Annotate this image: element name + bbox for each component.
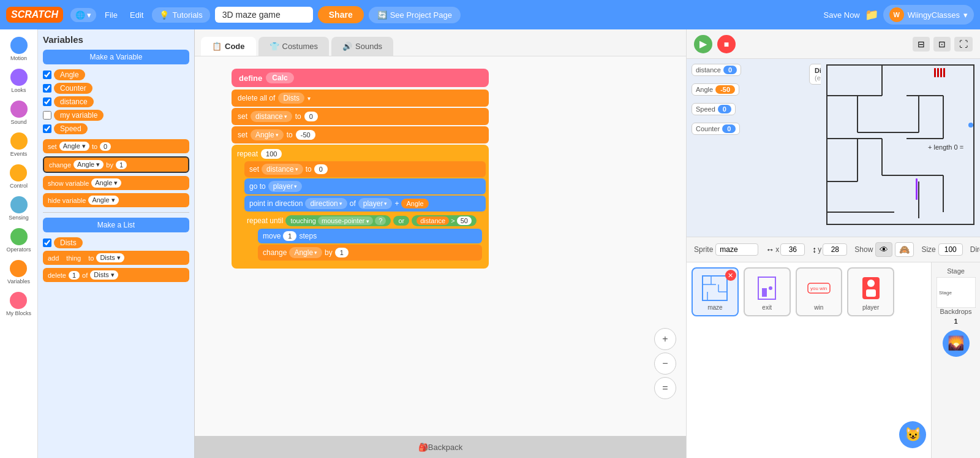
change-angle-block[interactable]: change Angle ▾ by 1 [258,245,482,261]
i-set-val[interactable]: 0 [314,164,328,174]
change-val[interactable]: 1 [116,161,127,169]
x-input[interactable] [780,243,805,256]
zoom-out-button[interactable]: − [654,353,676,375]
sprite-card-exit[interactable]: exit [744,267,791,316]
show-variable-block[interactable]: show variable Angle ▾ [43,176,189,190]
user-badge[interactable]: W WiingyClasses ▾ [883,5,974,25]
gt-val[interactable]: 50 [457,216,472,225]
show-visible-button[interactable]: 👁 [875,242,892,257]
make-list-button[interactable]: Make a List [43,218,189,232]
show-hidden-button[interactable]: 🙈 [895,242,914,257]
counter-badge[interactable]: Counter [54,83,92,94]
define-block[interactable]: define Calc [232,69,489,87]
delete-val[interactable]: 1 [69,271,80,280]
sidebar-item-motion[interactable]: Motion [7,34,31,64]
repeat-block[interactable]: repeat 100 set distance ▾ to 0 [232,145,489,269]
tab-costumes[interactable]: 👕 Costumes [258,37,330,56]
distance-gt-block[interactable]: distance > 50 [412,215,477,226]
sprite-card-maze[interactable]: ✕ maze [692,267,739,316]
change-var-dropdown[interactable]: Angle ▾ [74,160,104,169]
save-now-button[interactable]: Save Now [824,10,860,20]
set-distance-block[interactable]: set distance ▾ to 0 [232,108,489,125]
tutorials-button[interactable]: 💡 Tutorials [152,7,209,23]
myvariable-checkbox[interactable] [43,111,51,120]
set-angle-block[interactable]: set Angle ▾ to -50 [232,126,489,143]
change-a-val[interactable]: 1 [335,248,349,258]
thing-badge[interactable]: thing [61,254,86,262]
set-block[interactable]: set Angle ▾ to 0 [43,139,189,153]
backpack-bar[interactable]: 🎒 Backpack [195,436,686,458]
move-block[interactable]: move 1 steps [258,229,482,243]
sidebar-item-sound[interactable]: Sound [7,98,31,128]
normal-stage-button[interactable]: ⊡ [933,37,951,52]
make-variable-button[interactable]: Make a Variable [43,50,189,64]
sidebar-item-myblocks[interactable]: My Blocks [2,289,35,319]
add-sprite-button[interactable]: 😺 [899,421,926,448]
dists-badge[interactable]: Dists [54,237,83,248]
speed-badge[interactable]: Speed [54,123,88,134]
sidebar-item-sensing[interactable]: Sensing [5,194,32,223]
sprite-card-player[interactable]: player [847,267,894,316]
sidebar-item-control[interactable]: Control [6,162,31,191]
angle-checkbox[interactable] [43,71,51,79]
delete-list-dropdown[interactable]: Dists ▾ [90,270,118,280]
dists-checkbox[interactable] [43,239,51,247]
counter-checkbox[interactable] [43,84,51,93]
set-var-dropdown[interactable]: Angle ▾ [59,142,89,151]
stop-button[interactable]: ■ [717,35,736,53]
edit-menu[interactable]: Edit [126,8,147,22]
fullscreen-button[interactable]: ⛶ [954,37,973,52]
sidebar-item-events[interactable]: Events [7,130,31,159]
set-a-val[interactable]: -50 [296,130,315,140]
small-stage-button[interactable]: ⊟ [913,37,930,52]
delete-all-block[interactable]: delete all of Dists ▾ [232,90,489,107]
sprite-name-input[interactable] [715,243,758,256]
point-player[interactable]: player ▾ [358,198,393,209]
sprite-delete-maze[interactable]: ✕ [725,270,736,281]
add-list-dropdown[interactable]: Dists ▾ [96,253,124,262]
green-flag-button[interactable]: ▶ [694,35,712,53]
set-d-val[interactable]: 0 [304,112,318,121]
size-input[interactable] [938,243,963,256]
tab-sounds[interactable]: 🔊 Sounds [331,37,393,56]
file-menu[interactable]: File [101,8,121,22]
touching-block[interactable]: touching mouse-pointer ▾ ? [285,215,391,226]
sprite-card-win[interactable]: you win win [796,267,843,316]
inner-set-distance[interactable]: set distance ▾ to 0 [244,161,486,177]
or-block[interactable]: or [393,216,409,226]
distance-checkbox[interactable] [43,97,51,106]
zoom-in-button[interactable]: + [654,328,676,350]
point-dir[interactable]: direction ▾ [305,198,347,209]
hide-var-dropdown[interactable]: Angle ▾ [88,196,118,205]
sidebar-item-variables[interactable]: Variables [4,258,34,287]
change-a-var[interactable]: Angle ▾ [289,247,322,258]
code-canvas[interactable]: define Calc delete all of Dists ▾ set di… [195,56,686,436]
angle-badge[interactable]: Angle [54,69,85,80]
touching-target[interactable]: mouse-pointer ▾ [318,216,373,225]
scratch-logo[interactable]: SCRATCH [6,7,63,23]
globe-button[interactable]: 🌐 ▾ [70,8,96,22]
sidebar-item-operators[interactable]: Operators [2,226,34,255]
show-var-dropdown[interactable]: Angle ▾ [91,178,121,188]
set-d-var[interactable]: distance ▾ [251,111,292,122]
hide-variable-block[interactable]: hide variable Angle ▾ [43,193,189,207]
add-block[interactable]: add thing to Dists ▾ [43,251,189,265]
add-backdrop-button[interactable]: 🌄 [943,330,970,357]
set-a-var[interactable]: Angle ▾ [251,129,284,140]
repeat-val[interactable]: 100 [261,149,282,159]
goto-block[interactable]: go to player ▾ [244,178,486,194]
folder-icon[interactable]: 📁 [865,8,878,21]
project-name-input[interactable] [215,7,313,23]
speed-checkbox[interactable] [43,124,51,133]
tab-code[interactable]: 📋 Code [201,37,256,56]
point-angle[interactable]: Angle [401,199,428,208]
see-project-button[interactable]: 🔄 See Project Page [369,7,461,23]
change-block[interactable]: change Angle ▾ by 1 [43,156,189,173]
myvariable-badge[interactable]: my variable [54,110,104,121]
fit-button[interactable]: = [654,377,676,399]
move-val[interactable]: 1 [283,231,296,241]
repeat-until-block[interactable]: repeat until touching mouse-pointer ▾ ? … [244,213,486,264]
sidebar-item-looks[interactable]: Looks [7,66,31,96]
share-button[interactable]: Share [318,6,364,23]
point-block[interactable]: point in direction direction ▾ of player… [244,196,486,212]
